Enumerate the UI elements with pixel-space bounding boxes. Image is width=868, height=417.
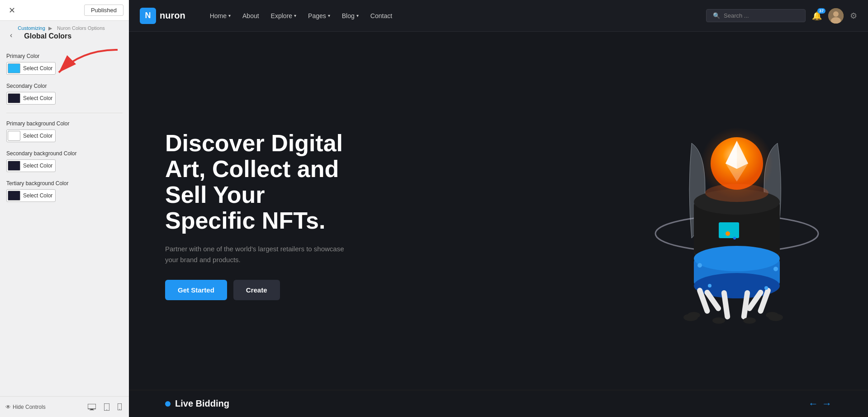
site-bottom-bar: Live Bidding ← → (129, 390, 868, 417)
next-arrow-button[interactable]: → (822, 398, 832, 410)
user-avatar[interactable] (828, 8, 844, 24)
logo-icon: N (140, 8, 156, 24)
hide-controls-button[interactable]: 👁 Hide Controls (5, 404, 46, 410)
breadcrumb-customizing[interactable]: Customizing (18, 25, 45, 31)
notification-button[interactable]: 🔔 37 (812, 11, 822, 21)
eye-icon: 👁 (5, 404, 11, 410)
primary-bg-color-label: Primary background Color (6, 120, 123, 127)
svg-point-40 (743, 317, 756, 324)
site-navbar: N nuron Home ▾ About Explore ▾ Pages ▾ B… (129, 0, 868, 32)
notification-badge: 37 (817, 8, 825, 14)
breadcrumb-area: ‹ Customizing ▶ Nuron Colors Options Glo… (0, 21, 129, 48)
desktop-view-button[interactable] (86, 403, 98, 411)
live-bidding-label: Live Bidding (175, 398, 229, 409)
hero-subtitle: Partner with one of the world's largest … (165, 244, 355, 265)
secondary-bg-color-picker[interactable]: Select Color (6, 159, 56, 172)
hero-section: Discover Digital Art, Collect and Sell Y… (129, 32, 868, 390)
search-placeholder: Search ... (724, 12, 749, 19)
back-button[interactable]: ‹ (6, 27, 16, 44)
nav-home[interactable]: Home ▾ (205, 10, 235, 22)
tertiary-bg-color-label: Tertiary background Color (6, 180, 123, 187)
nft-robot-illustration (633, 84, 841, 347)
published-button[interactable]: Published (84, 5, 123, 16)
hero-title: Discover Digital Art, Collect and Sell Y… (165, 130, 355, 234)
primary-bg-color-btn-label: Select Color (23, 133, 52, 139)
breadcrumb-arrow: ▶ (48, 25, 52, 31)
breadcrumb-nuron-colors: Nuron Colors Options (57, 25, 105, 31)
svg-rect-22 (719, 222, 739, 238)
svg-point-7 (119, 409, 120, 410)
mobile-view-button[interactable] (116, 403, 123, 411)
divider-1 (6, 113, 123, 113)
panel-title: Global Colors (18, 32, 106, 45)
svg-point-23 (726, 231, 730, 236)
nav-right: 🔍 Search ... 🔔 37 ⚙ (706, 8, 857, 24)
view-mode-icons (86, 403, 123, 412)
svg-rect-2 (90, 409, 93, 410)
secondary-color-btn-label: Select Color (23, 95, 52, 101)
primary-color-label: Primary Color (6, 53, 123, 59)
logo-text: nuron (160, 10, 185, 21)
hero-buttons: Get Started Create (165, 280, 355, 300)
svg-rect-3 (90, 410, 94, 410)
svg-point-21 (705, 184, 768, 202)
primary-bg-color-picker[interactable]: Select Color (6, 129, 56, 142)
site-preview: N nuron Home ▾ About Explore ▾ Pages ▾ B… (129, 0, 868, 417)
svg-point-36 (766, 312, 778, 318)
search-bar[interactable]: 🔍 Search ... (706, 9, 806, 22)
breadcrumb: Customizing ▶ Nuron Colors Options (18, 25, 106, 31)
prev-arrow-button[interactable]: ← (808, 398, 818, 410)
svg-point-41 (697, 263, 702, 268)
secondary-bg-color-label: Secondary background Color (6, 150, 123, 157)
tertiary-bg-color-btn-label: Select Color (23, 192, 52, 199)
search-icon: 🔍 (713, 12, 720, 19)
nav-about[interactable]: About (238, 10, 264, 22)
svg-rect-1 (88, 404, 96, 409)
nav-pages[interactable]: Pages ▾ (304, 10, 335, 22)
nav-items: Home ▾ About Explore ▾ Pages ▾ Blog ▾ Co… (205, 10, 693, 22)
hero-text: Discover Digital Art, Collect and Sell Y… (165, 130, 355, 301)
primary-color-section: Primary Color Select Color (6, 53, 123, 75)
secondary-color-swatch (8, 93, 20, 103)
primary-color-btn-label: Select Color (23, 65, 52, 72)
tertiary-bg-color-section: Tertiary background Color Select Color (6, 180, 123, 202)
secondary-bg-color-btn-label: Select Color (23, 163, 52, 169)
secondary-color-label: Secondary Color (6, 83, 123, 89)
nav-explore[interactable]: Explore ▾ (266, 10, 301, 22)
nav-blog[interactable]: Blog ▾ (337, 10, 363, 22)
settings-icon[interactable]: ⚙ (850, 11, 857, 21)
slider-nav-arrows: ← → (808, 398, 832, 410)
primary-color-swatch (8, 63, 20, 73)
nav-contact[interactable]: Contact (366, 10, 397, 22)
create-button[interactable]: Create (233, 280, 280, 300)
svg-point-42 (773, 267, 778, 271)
close-button[interactable]: ✕ (5, 4, 18, 17)
svg-point-24 (733, 237, 736, 240)
svg-point-9 (833, 11, 839, 17)
get-started-button[interactable]: Get Started (165, 280, 227, 300)
secondary-color-section: Secondary Color Select Color (6, 83, 123, 105)
live-indicator-dot (165, 401, 171, 407)
site-logo: N nuron (140, 8, 185, 24)
primary-bg-color-section: Primary background Color Select Color (6, 120, 123, 142)
bottom-bar: 👁 Hide Controls (0, 396, 129, 417)
svg-point-44 (764, 286, 768, 290)
tertiary-bg-color-swatch (8, 191, 20, 201)
primary-bg-color-swatch (8, 131, 20, 141)
tertiary-bg-color-picker[interactable]: Select Color (6, 189, 56, 202)
secondary-bg-color-swatch (8, 161, 20, 171)
top-bar: ✕ Published (0, 0, 129, 21)
live-bidding: Live Bidding (165, 398, 229, 409)
primary-color-picker[interactable]: Select Color (6, 62, 56, 75)
svg-point-38 (712, 317, 725, 324)
svg-point-43 (708, 284, 711, 288)
tablet-view-button[interactable] (102, 403, 111, 412)
svg-point-5 (106, 409, 107, 410)
svg-point-32 (688, 312, 700, 318)
hero-visual (633, 41, 841, 390)
left-panel: ✕ Published ‹ Customizing ▶ Nuron Colors… (0, 0, 129, 417)
secondary-color-picker[interactable]: Select Color (6, 92, 56, 105)
panel-content: Primary Color Select Color Secondary Col… (0, 48, 129, 396)
secondary-bg-color-section: Secondary background Color Select Color (6, 150, 123, 172)
svg-point-27 (694, 246, 780, 271)
